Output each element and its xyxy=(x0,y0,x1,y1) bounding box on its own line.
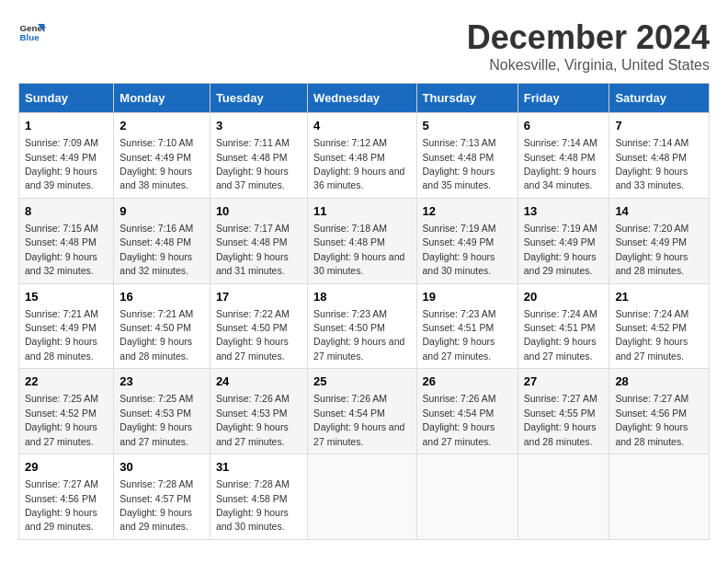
day-detail: Sunrise: 7:12 AMSunset: 4:48 PMDaylight:… xyxy=(313,137,404,190)
header-row: SundayMondayTuesdayWednesdayThursdayFrid… xyxy=(19,84,710,113)
calendar-table: SundayMondayTuesdayWednesdayThursdayFrid… xyxy=(18,83,710,540)
column-header-wednesday: Wednesday xyxy=(308,84,416,113)
day-detail: Sunrise: 7:19 AMSunset: 4:49 PMDaylight:… xyxy=(423,223,496,276)
day-cell: 25 Sunrise: 7:26 AMSunset: 4:54 PMDaylig… xyxy=(308,369,416,454)
day-cell: 22 Sunrise: 7:25 AMSunset: 4:52 PMDaylig… xyxy=(19,369,114,454)
day-number: 20 xyxy=(524,289,604,305)
day-detail: Sunrise: 7:09 AMSunset: 4:49 PMDaylight:… xyxy=(25,137,98,190)
day-detail: Sunrise: 7:27 AMSunset: 4:56 PMDaylight:… xyxy=(615,393,688,446)
subtitle: Nokesville, Virginia, United States xyxy=(467,57,710,74)
day-cell: 1 Sunrise: 7:09 AMSunset: 4:49 PMDayligh… xyxy=(19,113,114,199)
day-cell: 5 Sunrise: 7:13 AMSunset: 4:48 PMDayligh… xyxy=(416,113,518,199)
main-title: December 2024 xyxy=(467,18,710,57)
title-area: December 2024 Nokesville, Virginia, Unit… xyxy=(467,18,710,74)
day-detail: Sunrise: 7:24 AMSunset: 4:52 PMDaylight:… xyxy=(615,308,688,362)
day-number: 18 xyxy=(313,289,410,305)
day-cell: 2 Sunrise: 7:10 AMSunset: 4:49 PMDayligh… xyxy=(114,113,210,199)
day-number: 27 xyxy=(524,373,604,390)
day-number: 4 xyxy=(313,118,410,134)
day-number: 10 xyxy=(216,203,301,220)
day-cell: 11 Sunrise: 7:18 AMSunset: 4:48 PMDaylig… xyxy=(308,198,416,283)
day-detail: Sunrise: 7:16 AMSunset: 4:48 PMDaylight:… xyxy=(119,223,193,276)
day-cell: 18 Sunrise: 7:23 AMSunset: 4:50 PMDaylig… xyxy=(308,283,416,369)
day-cell: 31 Sunrise: 7:28 AMSunset: 4:58 PMDaylig… xyxy=(210,454,307,540)
day-detail: Sunrise: 7:25 AMSunset: 4:53 PMDaylight:… xyxy=(119,393,193,446)
day-detail: Sunrise: 7:14 AMSunset: 4:48 PMDaylight:… xyxy=(615,137,688,190)
day-number: 23 xyxy=(119,373,204,390)
day-detail: Sunrise: 7:27 AMSunset: 4:56 PMDaylight:… xyxy=(25,478,98,532)
week-row-5: 29 Sunrise: 7:27 AMSunset: 4:56 PMDaylig… xyxy=(19,454,710,540)
day-cell: 16 Sunrise: 7:21 AMSunset: 4:50 PMDaylig… xyxy=(114,283,210,369)
day-detail: Sunrise: 7:21 AMSunset: 4:50 PMDaylight:… xyxy=(119,308,193,362)
day-cell: 8 Sunrise: 7:15 AMSunset: 4:48 PMDayligh… xyxy=(19,198,114,283)
column-header-sunday: Sunday xyxy=(19,84,114,113)
day-cell: 21 Sunrise: 7:24 AMSunset: 4:52 PMDaylig… xyxy=(609,283,710,369)
day-detail: Sunrise: 7:19 AMSunset: 4:49 PMDaylight:… xyxy=(524,223,597,276)
day-detail: Sunrise: 7:10 AMSunset: 4:49 PMDaylight:… xyxy=(119,137,193,190)
day-number: 19 xyxy=(423,289,512,305)
day-cell: 15 Sunrise: 7:21 AMSunset: 4:49 PMDaylig… xyxy=(19,283,114,369)
day-cell xyxy=(609,454,710,540)
day-number: 29 xyxy=(25,459,108,476)
day-cell: 14 Sunrise: 7:20 AMSunset: 4:49 PMDaylig… xyxy=(609,198,710,283)
day-cell: 29 Sunrise: 7:27 AMSunset: 4:56 PMDaylig… xyxy=(19,454,114,540)
day-detail: Sunrise: 7:23 AMSunset: 4:50 PMDaylight:… xyxy=(313,308,404,362)
day-detail: Sunrise: 7:17 AMSunset: 4:48 PMDaylight:… xyxy=(216,223,290,276)
day-number: 3 xyxy=(216,118,301,134)
day-number: 24 xyxy=(216,373,301,390)
day-cell: 4 Sunrise: 7:12 AMSunset: 4:48 PMDayligh… xyxy=(308,113,416,199)
week-row-2: 8 Sunrise: 7:15 AMSunset: 4:48 PMDayligh… xyxy=(19,198,710,283)
day-cell: 23 Sunrise: 7:25 AMSunset: 4:53 PMDaylig… xyxy=(114,369,210,454)
day-number: 8 xyxy=(25,203,108,220)
day-number: 22 xyxy=(25,373,108,390)
day-detail: Sunrise: 7:20 AMSunset: 4:49 PMDaylight:… xyxy=(615,223,688,276)
day-detail: Sunrise: 7:23 AMSunset: 4:51 PMDaylight:… xyxy=(423,308,496,362)
day-detail: Sunrise: 7:28 AMSunset: 4:57 PMDaylight:… xyxy=(119,478,193,532)
day-cell xyxy=(518,454,609,540)
header: General Blue December 2024 Nokesville, V… xyxy=(18,18,710,74)
day-cell: 10 Sunrise: 7:17 AMSunset: 4:48 PMDaylig… xyxy=(210,198,307,283)
day-cell xyxy=(308,454,416,540)
day-cell: 20 Sunrise: 7:24 AMSunset: 4:51 PMDaylig… xyxy=(518,283,609,369)
day-number: 5 xyxy=(423,118,512,134)
column-header-monday: Monday xyxy=(114,84,210,113)
day-detail: Sunrise: 7:18 AMSunset: 4:48 PMDaylight:… xyxy=(313,223,404,276)
day-cell: 28 Sunrise: 7:27 AMSunset: 4:56 PMDaylig… xyxy=(609,369,710,454)
day-cell: 24 Sunrise: 7:26 AMSunset: 4:53 PMDaylig… xyxy=(210,369,307,454)
day-number: 1 xyxy=(25,118,108,134)
day-number: 16 xyxy=(119,289,204,305)
day-detail: Sunrise: 7:26 AMSunset: 4:54 PMDaylight:… xyxy=(313,393,404,446)
logo-icon: General Blue xyxy=(18,18,46,46)
day-number: 14 xyxy=(615,203,703,220)
day-number: 31 xyxy=(216,459,301,476)
day-number: 11 xyxy=(313,203,410,220)
day-cell: 9 Sunrise: 7:16 AMSunset: 4:48 PMDayligh… xyxy=(114,198,210,283)
day-detail: Sunrise: 7:22 AMSunset: 4:50 PMDaylight:… xyxy=(216,308,290,362)
day-number: 2 xyxy=(119,118,204,134)
day-number: 6 xyxy=(524,118,604,134)
day-cell xyxy=(416,454,518,540)
week-row-3: 15 Sunrise: 7:21 AMSunset: 4:49 PMDaylig… xyxy=(19,283,710,369)
day-cell: 27 Sunrise: 7:27 AMSunset: 4:55 PMDaylig… xyxy=(518,369,609,454)
day-number: 12 xyxy=(423,203,512,220)
day-detail: Sunrise: 7:27 AMSunset: 4:55 PMDaylight:… xyxy=(524,393,597,446)
day-detail: Sunrise: 7:13 AMSunset: 4:48 PMDaylight:… xyxy=(423,137,496,190)
day-number: 13 xyxy=(524,203,604,220)
day-cell: 17 Sunrise: 7:22 AMSunset: 4:50 PMDaylig… xyxy=(210,283,307,369)
column-header-friday: Friday xyxy=(518,84,609,113)
day-number: 7 xyxy=(615,118,703,134)
day-detail: Sunrise: 7:14 AMSunset: 4:48 PMDaylight:… xyxy=(524,137,597,190)
day-cell: 6 Sunrise: 7:14 AMSunset: 4:48 PMDayligh… xyxy=(518,113,609,199)
day-cell: 13 Sunrise: 7:19 AMSunset: 4:49 PMDaylig… xyxy=(518,198,609,283)
day-number: 25 xyxy=(313,373,410,390)
day-cell: 3 Sunrise: 7:11 AMSunset: 4:48 PMDayligh… xyxy=(210,113,307,199)
day-detail: Sunrise: 7:28 AMSunset: 4:58 PMDaylight:… xyxy=(216,478,290,532)
day-detail: Sunrise: 7:21 AMSunset: 4:49 PMDaylight:… xyxy=(25,308,98,362)
day-detail: Sunrise: 7:24 AMSunset: 4:51 PMDaylight:… xyxy=(524,308,597,362)
column-header-saturday: Saturday xyxy=(609,84,710,113)
day-number: 15 xyxy=(25,289,108,305)
day-detail: Sunrise: 7:26 AMSunset: 4:54 PMDaylight:… xyxy=(423,393,496,446)
day-detail: Sunrise: 7:15 AMSunset: 4:48 PMDaylight:… xyxy=(25,223,98,276)
day-detail: Sunrise: 7:25 AMSunset: 4:52 PMDaylight:… xyxy=(25,393,98,446)
day-number: 21 xyxy=(615,289,703,305)
